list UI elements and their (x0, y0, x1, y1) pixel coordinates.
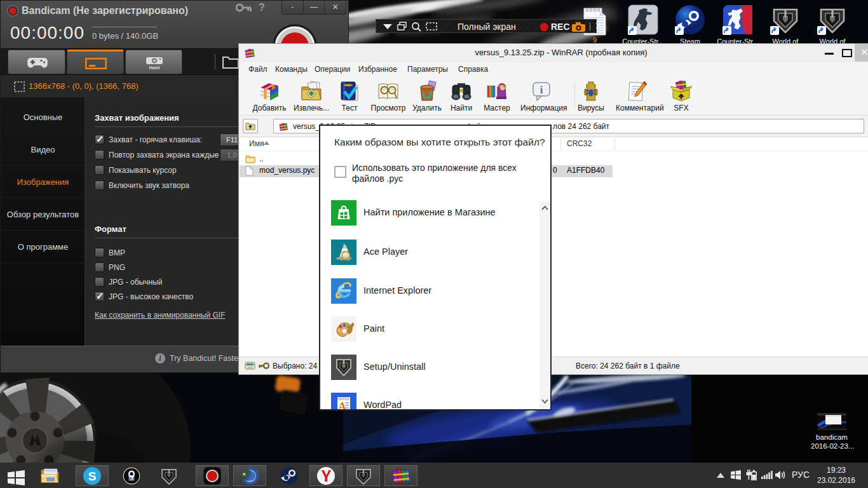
svg-text:S: S (88, 470, 97, 483)
svg-text:BLE: BLE (128, 476, 135, 480)
svg-text:Hami: Hami (149, 65, 159, 70)
svg-text:i: i (540, 84, 543, 96)
